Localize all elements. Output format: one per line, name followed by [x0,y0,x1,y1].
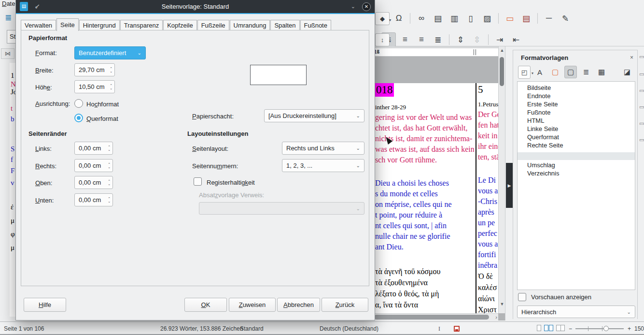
table-styles-icon[interactable]: ▦ [595,66,608,78]
register-true-label[interactable]: Registerhaltigkeit [207,179,255,186]
horizontal-scrollbar-thumb[interactable] [374,315,489,320]
sidebar-toggle-icon[interactable]: ≣ [5,13,12,23]
styles-list[interactable]: BildseiteEndnoteErste SeiteFußnoteHTMLLi… [517,81,635,290]
landscape-label[interactable]: Querformat [86,115,118,122]
dialog-tab[interactable]: Verwalten [21,20,56,31]
single-page-view-icon[interactable] [537,325,541,331]
margin-right-spinner[interactable]: 0,00 cm⌃⌄ [74,159,113,172]
dialog-tab[interactable]: Spalten [270,20,299,31]
style-list-item[interactable]: Querformat [518,133,635,141]
ok-button[interactable]: OK [184,298,227,312]
margin-bottom-spinner[interactable]: 0,00 cm⌃⌄ [74,193,113,206]
pin-icon[interactable]: ⊸ [33,2,42,11]
freeform-line-icon[interactable]: ✎ [558,11,573,26]
zoom-slider[interactable] [575,328,624,329]
character-styles-icon[interactable]: A [533,66,546,78]
dialog-tab[interactable]: Umrandung [230,20,270,31]
para-spacing-decrease-icon[interactable]: ⇳ [470,32,484,47]
line-spacing-icon[interactable]: ↕ [375,33,390,46]
dialog-tab[interactable]: Transparenz [120,20,163,31]
vertical-scrollbar-thumb[interactable] [500,57,504,86]
status-page-count[interactable]: Seite 1 von 106 [4,325,44,332]
spinner-arrows-icon[interactable]: ⌃⌄ [107,67,112,73]
list-styles-icon[interactable]: ≣ [580,66,592,78]
bookmark-icon[interactable]: ▯ [463,11,478,26]
sidebar-hide-handle[interactable]: ▶ [506,163,513,208]
format-dropdown[interactable]: Benutzerdefiniert⌄ [74,46,146,59]
sidebar-tab-icon[interactable]: ▭ [639,120,644,127]
scroll-right-icon[interactable]: › [495,314,497,320]
close-icon[interactable]: × [630,54,633,61]
style-list-item[interactable]: Linke Seite [518,125,635,133]
style-list-item[interactable]: Endnote [518,92,635,100]
indent-increase-icon[interactable]: ⇥ [492,32,507,47]
margin-left-spinner[interactable]: 0,00 cm⌃⌄ [74,142,113,155]
close-icon[interactable]: ✕ [362,2,371,11]
show-previews-checkbox[interactable] [518,293,526,301]
sidebar-tab-icon[interactable]: ▭ [639,104,644,110]
toolbar-separator[interactable] [408,12,412,25]
paper-tray-dropdown[interactable]: [Aus Druckereinstellung]⌄ [264,109,364,122]
justify-icon[interactable]: ≣ [431,32,445,47]
sidebar-splitter[interactable]: ▶ [505,46,513,320]
new-style-from-selection-icon[interactable]: ◰ [518,66,531,79]
para-spacing-increase-icon[interactable]: ⇕ [453,32,468,47]
align-right-icon[interactable]: ≡ [414,32,429,47]
portrait-label[interactable]: Hochformat [86,101,119,108]
height-spinner[interactable]: 10,50 cm⌃⌄ [74,80,115,93]
basic-shapes-icon[interactable]: ◆ [375,12,390,25]
zoom-out-icon[interactable]: − [569,325,572,332]
dialog-tab[interactable]: Fußnote [300,20,331,31]
margin-top-spinner[interactable]: 0,00 cm⌃⌄ [74,176,113,189]
insert-footnote-icon[interactable]: ▤ [431,11,445,26]
dialog-title-bar[interactable]: ▤ ⊸ Seitenvorlage: Standard ⌄ ✕ [16,0,375,13]
toolbar-separator[interactable] [486,33,490,46]
portrait-radio[interactable] [74,99,83,108]
special-character-icon[interactable]: Ω [392,11,406,26]
dialog-tab[interactable]: Seite [56,18,79,31]
scroll-down-icon[interactable]: ▼ [499,302,505,306]
selection-mode-icon[interactable]: I [438,325,440,333]
align-center-icon[interactable]: ≡ [398,32,412,47]
sidebar-tab-icon[interactable]: ▭ [639,71,644,77]
scroll-up-icon[interactable]: ▲ [499,48,505,53]
page-layout-dropdown[interactable]: Rechts und Links⌄ [282,142,364,155]
sidebar-tab-strip[interactable]: ▭▭▭▭▭▭ [637,50,644,319]
spinner-arrows-icon[interactable]: ⌃⌄ [107,84,112,90]
dialog-tab[interactable]: Fußzeile [197,20,229,31]
horizontal-line-icon[interactable]: ─ [542,11,556,26]
frame-styles-icon[interactable]: ▢ [549,66,561,78]
cancel-button[interactable]: Abbrechen [277,298,320,312]
apply-button[interactable]: Zuweisen [229,298,276,312]
dialog-tab[interactable]: Kopfzeile [163,20,196,31]
status-word-count[interactable]: 26.923 Wörter, 153.886 Zeichen [160,325,243,332]
spinner-arrows-icon[interactable]: ⌃⌄ [105,163,111,169]
track-changes-icon[interactable]: ▤ [519,11,533,26]
vertical-scrollbar[interactable]: ▲ ▼ [498,46,505,313]
indent-decrease-icon[interactable]: ⇤ [509,32,523,47]
horizontal-ruler[interactable]: ····· 14151617 [374,46,498,57]
status-language[interactable]: Deutsch (Deutschland) [320,325,378,332]
style-list-item[interactable] [518,152,635,160]
insert-endnote-icon[interactable]: ▥ [447,11,462,26]
sidebar-tab-icon[interactable]: ▭ [639,137,644,143]
style-list-item[interactable]: Fußnote [518,108,635,117]
reset-button[interactable]: Zurück [322,298,368,312]
toolbar-separator[interactable] [496,12,501,25]
menu-datei[interactable]: Datei [2,0,16,7]
horizontal-scrollbar[interactable]: › [374,313,498,320]
toolbar-separator[interactable] [535,12,540,25]
spinner-arrows-icon[interactable]: ⌃⌄ [105,180,111,186]
cross-reference-icon[interactable]: ▨ [480,11,494,26]
help-button[interactable]: Hilfe [24,298,66,312]
chevron-down-icon[interactable]: ⌄ [351,3,355,10]
style-list-item[interactable]: Verzeichnis [518,169,635,177]
width-spinner[interactable]: 29,70 cm⌃⌄ [74,63,115,76]
zoom-slider-thumb[interactable] [603,326,609,331]
style-list-item[interactable]: Bildseite [518,84,635,92]
book-view-icon[interactable] [556,325,565,331]
style-list-item[interactable]: Umschlag [518,161,635,169]
insert-comment-icon[interactable]: ▭ [503,11,517,26]
landscape-radio[interactable] [74,114,83,122]
sidebar-tab-icon[interactable]: ▭ [639,54,644,60]
